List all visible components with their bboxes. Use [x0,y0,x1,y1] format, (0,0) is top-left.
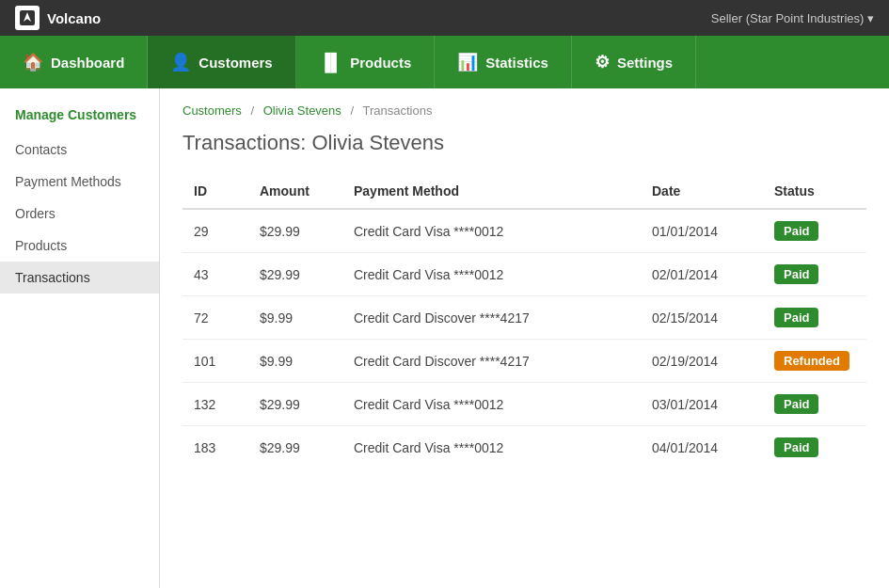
col-header-date: Date [641,174,763,209]
layout: Manage Customers Contacts Payment Method… [0,88,889,588]
table-row: 101 $9.99 Credit Card Discover ****4217 … [183,340,866,383]
cell-date: 02/15/2014 [641,296,763,340]
cell-id: 29 [183,209,248,253]
cell-method: Credit Card Discover ****4217 [342,296,641,340]
table-row: 72 $9.99 Credit Card Discover ****4217 0… [183,296,866,340]
main-content: Customers / Olivia Stevens / Transaction… [160,88,889,588]
cell-status: Paid [763,383,866,426]
nav-bar: 🏠 Dashboard 👤 Customers ▐▌ Products 📊 St… [0,36,889,88]
breadcrumb-customers[interactable]: Customers [183,103,242,118]
nav-item-settings[interactable]: ⚙ Settings [572,36,696,88]
cell-amount: $29.99 [248,209,342,253]
cell-id: 183 [183,426,248,469]
cell-status: Paid [763,296,866,340]
cell-amount: $29.99 [248,426,342,469]
table-row: 29 $29.99 Credit Card Visa ****0012 01/0… [183,209,866,253]
nav-label-customers: Customers [198,55,272,71]
transactions-table: ID Amount Payment Method Date Status 29 … [183,174,866,469]
col-header-amount: Amount [248,174,342,209]
table-row: 183 $29.99 Credit Card Visa ****0012 04/… [183,426,866,469]
nav-label-settings: Settings [617,55,673,71]
cell-date: 04/01/2014 [641,426,763,469]
customers-icon: 👤 [170,52,191,72]
cell-id: 101 [183,340,248,383]
page-title: Transactions: Olivia Stevens [183,131,866,155]
status-badge: Paid [774,394,818,414]
status-badge: Paid [774,264,818,284]
products-icon: ▐▌ [319,53,343,72]
logo-text: Volcano [47,10,101,26]
sidebar-item-transactions[interactable]: Transactions [0,262,159,294]
cell-date: 02/19/2014 [641,340,763,383]
nav-item-dashboard[interactable]: 🏠 Dashboard [0,36,148,88]
col-header-method: Payment Method [342,174,641,209]
status-badge: Refunded [774,351,849,371]
sidebar-item-payment-methods[interactable]: Payment Methods [0,166,159,198]
cell-date: 02/01/2014 [641,253,763,296]
cell-id: 72 [183,296,248,340]
nav-item-statistics[interactable]: 📊 Statistics [435,36,572,88]
cell-method: Credit Card Discover ****4217 [342,340,641,383]
status-badge: Paid [774,308,818,327]
col-header-status: Status [763,174,866,209]
settings-icon: ⚙ [595,52,610,72]
seller-info[interactable]: Seller (Star Point Industries) ▾ [711,11,874,25]
cell-date: 03/01/2014 [641,383,763,426]
page-title-name: Olivia Stevens [311,131,444,154]
col-header-id: ID [183,174,248,209]
nav-label-statistics: Statistics [485,55,548,71]
table-row: 43 $29.99 Credit Card Visa ****0012 02/0… [183,253,866,296]
cell-amount: $9.99 [248,296,342,340]
page-title-prefix: Transactions: [183,131,306,154]
cell-status: Paid [763,253,866,296]
nav-label-dashboard: Dashboard [51,55,124,71]
nav-item-products[interactable]: ▐▌ Products [296,36,436,88]
nav-label-products: Products [350,55,411,71]
cell-id: 43 [183,253,248,296]
table-row: 132 $29.99 Credit Card Visa ****0012 03/… [183,383,866,426]
cell-amount: $29.99 [248,253,342,296]
cell-method: Credit Card Visa ****0012 [342,253,641,296]
cell-status: Paid [763,426,866,469]
sidebar-heading: Manage Customers [0,98,159,134]
sidebar-item-products[interactable]: Products [0,230,159,262]
nav-item-customers[interactable]: 👤 Customers [148,36,295,88]
sidebar-item-orders[interactable]: Orders [0,198,159,230]
cell-status: Paid [763,209,866,253]
cell-status: Refunded [763,340,866,383]
dashboard-icon: 🏠 [23,52,43,72]
top-bar: Volcano Seller (Star Point Industries) ▾ [0,0,889,36]
sidebar-item-contacts[interactable]: Contacts [0,134,159,166]
cell-method: Credit Card Visa ****0012 [342,209,641,253]
status-badge: Paid [774,221,818,241]
seller-label: Seller (Star Point Industries) ▾ [711,11,874,25]
cell-date: 01/01/2014 [641,209,763,253]
cell-method: Credit Card Visa ****0012 [342,426,641,469]
logo: Volcano [15,6,101,30]
sidebar: Manage Customers Contacts Payment Method… [0,88,160,588]
breadcrumb-current: Transactions [362,103,432,118]
breadcrumb-customer-name[interactable]: Olivia Stevens [263,103,341,118]
logo-icon [15,6,40,30]
breadcrumb: Customers / Olivia Stevens / Transaction… [183,103,866,118]
cell-amount: $29.99 [248,383,342,426]
cell-method: Credit Card Visa ****0012 [342,383,641,426]
table-header-row: ID Amount Payment Method Date Status [183,174,866,209]
cell-id: 132 [183,383,248,426]
statistics-icon: 📊 [457,52,478,72]
status-badge: Paid [774,437,818,457]
cell-amount: $9.99 [248,340,342,383]
